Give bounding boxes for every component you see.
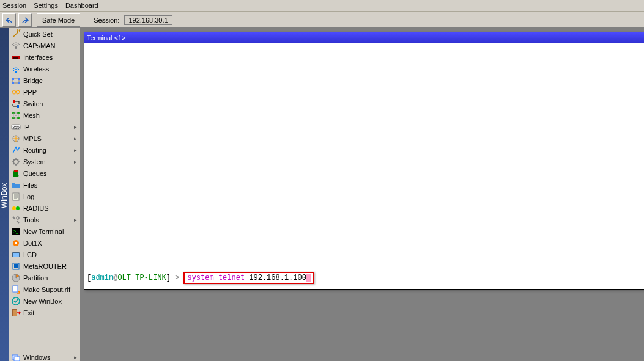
left-rail-title: WinBox [0,28,9,361]
sidebar-item-capsman[interactable]: CAPsMAN [9,40,80,51]
prompt-user: admin [91,274,113,282]
sidebar-item-label: Exit [23,309,77,316]
sidebar-item-label: New WinBox [23,297,77,305]
ip-icon: 255 [11,122,21,132]
sidebar-item-radius[interactable]: RADIUS [9,202,80,214]
sidebar-item-quick-set[interactable]: Quick Set [9,28,80,40]
sidebar-item-interfaces[interactable]: Interfaces [9,51,80,63]
sidebar-item-new-winbox[interactable]: New WinBox [9,295,80,307]
sidebar-item-wireless[interactable]: Wireless [9,63,80,75]
sidebar-item-label: MPLS [23,135,71,142]
sidebar-item-make-supout-rif[interactable]: Make Supout.rif [9,283,80,295]
sidebar-item-exit[interactable]: Exit [9,307,80,318]
menu-dashboard[interactable]: Dashboard [65,2,98,9]
sidebar-item-label: Dot1X [23,239,77,247]
svg-rect-4 [17,57,18,59]
session-value: 192.168.30.1 [124,15,172,25]
sidebar-item-ppp[interactable]: PPP [9,86,80,98]
sidebar-item-tools[interactable]: Tools▸ [9,214,80,225]
sidebar-item-label: Partition [23,274,77,282]
switch-icon [11,99,21,109]
svg-rect-36 [13,286,18,292]
sidebar-item-label: Log [23,193,77,200]
submenu-arrow-icon: ▸ [73,159,77,165]
command-highlight-box: system telnet 192.168.1.100 [183,272,314,284]
sidebar-item-label: LCD [23,251,77,258]
system-icon [11,157,21,167]
sidebar-item-label: Mesh [23,112,77,119]
svg-rect-34 [14,264,18,268]
svg-point-0 [15,46,17,49]
svg-point-11 [16,90,20,94]
meta-icon [11,261,21,271]
svg-rect-2 [13,57,15,59]
sidebar-item-partition[interactable]: Partition [9,272,80,283]
submenu-arrow-icon: ▸ [73,124,77,130]
sidebar-item-system[interactable]: System▸ [9,156,80,167]
wand-icon [11,29,21,39]
undo-button[interactable] [2,13,16,27]
svg-rect-9 [18,82,20,84]
svg-point-5 [15,71,17,73]
sidebar-item-switch[interactable]: Switch [9,98,80,109]
sidebar-item-files[interactable]: Files [9,179,80,191]
terminal-prompt-line: [admin@OLT TP-LINK] > system telnet 192.… [87,272,314,284]
svg-point-22 [14,170,18,172]
wifi-icon [11,64,21,74]
exit-icon [11,308,21,318]
sidebar-item-new-terminal[interactable]: >_New Terminal [9,225,80,237]
sidebar-item-label: New Terminal [23,228,77,235]
sidebar-item-label: Bridge [23,77,77,84]
mesh-icon [11,111,21,120]
dot1x-icon [11,238,21,248]
sidebar-item-label: IP [23,123,71,131]
caps-icon [11,41,21,51]
routing-icon [11,145,21,155]
sidebar-item-lcd[interactable]: LCD [9,249,80,260]
sidebar-item-ip[interactable]: 255IP▸ [9,121,80,133]
prompt-host: OLT TP-LINK [117,274,166,282]
sidebar-item-mpls[interactable]: MPLS▸ [9,133,80,144]
sidebar-item-queues[interactable]: Queues [9,167,80,179]
sidebar-item-routing[interactable]: Routing▸ [9,144,80,156]
svg-point-10 [12,90,16,94]
menu-session[interactable]: Session [2,2,26,9]
svg-point-30 [15,242,17,244]
menubar: Session Settings Dashboard [0,0,644,12]
toolbar: Safe Mode Session: 192.168.30.1 [0,12,644,28]
lcd-icon [11,250,21,260]
menu-settings[interactable]: Settings [34,2,58,9]
sidebar-item-windows[interactable]: Windows▸ [9,351,80,361]
redo-button[interactable] [18,13,32,27]
sidebar-item-log[interactable]: Log [9,191,80,202]
svg-text:255: 255 [12,125,20,129]
bridge-icon [11,76,21,86]
files-icon [11,180,21,190]
terminal-body[interactable]: ▲ ▼ [admin@OLT TP-LINK] > system telnet … [84,43,644,289]
sidebar-item-metarouter[interactable]: MetaROUTER [9,260,80,272]
sidebar-item-label: Switch [23,100,77,108]
sidebar-item-mesh[interactable]: Mesh [9,109,80,121]
sidebar-item-dot1x[interactable]: Dot1X [9,237,80,249]
sidebar-item-bridge[interactable]: Bridge [9,75,80,86]
svg-rect-7 [18,78,20,80]
queues-icon [11,169,21,178]
submenu-arrow-icon: ▸ [73,354,77,360]
ppp-icon [11,87,21,97]
svg-rect-3 [15,57,17,59]
safe-mode-button[interactable]: Safe Mode [37,13,80,27]
session-label: Session: [94,16,119,24]
sidebar-item-label: Queues [23,170,77,177]
submenu-arrow-icon: ▸ [73,147,77,153]
sidebar-item-label: Files [23,181,77,189]
log-icon [11,192,21,202]
svg-point-25 [16,206,20,210]
svg-rect-8 [12,82,14,84]
sidebar-item-label: Tools [23,216,71,224]
partition-icon [11,273,21,283]
sidebar-item-label: RADIUS [23,205,77,212]
windows-icon [11,352,21,362]
terminal-titlebar[interactable]: Terminal <1> ▁ ✕ [84,32,644,43]
svg-point-21 [13,159,18,164]
cmd-keyword-telnet: telnet [218,274,245,282]
